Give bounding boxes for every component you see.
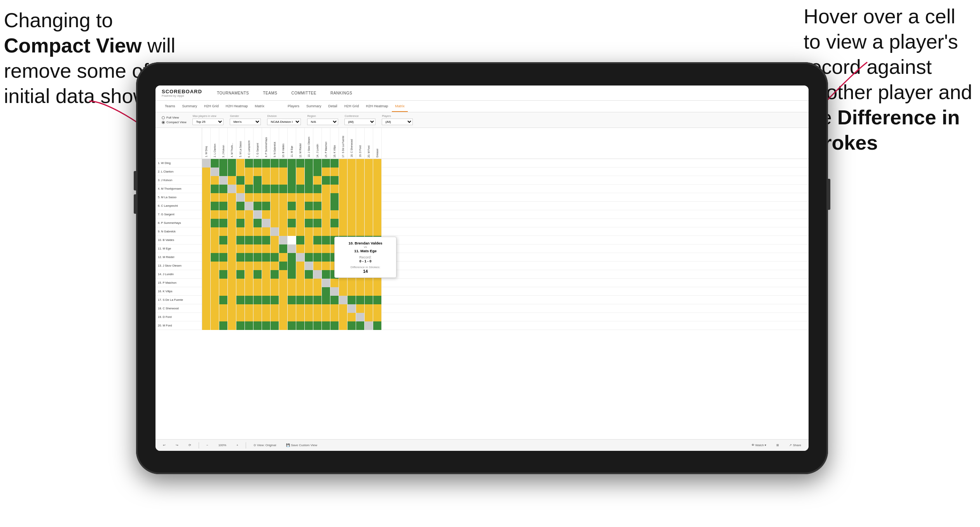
matrix-cell[interactable] xyxy=(296,168,305,176)
matrix-cell[interactable] xyxy=(253,219,262,227)
matrix-cell[interactable] xyxy=(202,270,211,279)
matrix-cell[interactable] xyxy=(305,219,313,227)
compact-view-radio[interactable] xyxy=(162,121,165,124)
matrix-cell[interactable] xyxy=(271,227,279,236)
matrix-cell[interactable] xyxy=(339,279,348,287)
matrix-cell[interactable] xyxy=(330,321,339,330)
matrix-cell[interactable] xyxy=(253,313,262,321)
matrix-cell[interactable] xyxy=(296,279,305,287)
save-custom-button[interactable]: 💾 Save Custom View xyxy=(283,442,320,448)
matrix-cell[interactable] xyxy=(219,321,228,330)
gender-select[interactable]: Men's xyxy=(230,119,261,125)
matrix-cell[interactable] xyxy=(271,304,279,313)
matrix-cell[interactable] xyxy=(322,185,330,193)
matrix-cell[interactable] xyxy=(296,304,305,313)
matrix-cell[interactable] xyxy=(348,210,356,219)
matrix-cell[interactable] xyxy=(296,185,305,193)
matrix-cell[interactable] xyxy=(271,313,279,321)
matrix-cell[interactable] xyxy=(296,219,305,227)
refresh-button[interactable]: ⟳ xyxy=(186,442,194,448)
matrix-cell[interactable] xyxy=(322,176,330,185)
matrix-cell[interactable] xyxy=(219,159,228,168)
matrix-cell[interactable] xyxy=(202,244,211,253)
max-players-select[interactable]: Top 25 xyxy=(192,119,224,125)
matrix-cell[interactable] xyxy=(313,287,322,296)
matrix-cell[interactable] xyxy=(219,168,228,176)
matrix-cell[interactable] xyxy=(296,193,305,202)
matrix-cell[interactable] xyxy=(365,210,373,219)
matrix-cell[interactable] xyxy=(202,210,211,219)
matrix-cell[interactable] xyxy=(245,159,253,168)
matrix-cell[interactable] xyxy=(288,304,296,313)
matrix-cell[interactable] xyxy=(236,219,245,227)
nav-rankings[interactable]: RANKINGS xyxy=(328,89,355,97)
matrix-cell[interactable] xyxy=(322,270,330,279)
matrix-cell[interactable] xyxy=(228,227,236,236)
matrix-cell[interactable] xyxy=(348,227,356,236)
matrix-cell[interactable] xyxy=(288,321,296,330)
matrix-cell[interactable] xyxy=(219,270,228,279)
matrix-cell[interactable] xyxy=(373,193,382,202)
matrix-cell[interactable] xyxy=(219,262,228,270)
layout-button[interactable]: ⊞ xyxy=(774,442,782,448)
matrix-cell[interactable] xyxy=(305,321,313,330)
matrix-cell[interactable] xyxy=(202,227,211,236)
matrix-cell[interactable] xyxy=(271,296,279,304)
matrix-cell[interactable] xyxy=(271,185,279,193)
matrix-cell[interactable] xyxy=(271,262,279,270)
matrix-cell[interactable] xyxy=(365,287,373,296)
matrix-cell[interactable] xyxy=(373,202,382,210)
matrix-cell[interactable] xyxy=(296,253,305,262)
matrix-cell[interactable] xyxy=(228,270,236,279)
tab-players[interactable]: Players xyxy=(285,101,302,112)
matrix-cell[interactable] xyxy=(211,321,219,330)
matrix-cell[interactable] xyxy=(271,244,279,253)
matrix-cell[interactable] xyxy=(322,304,330,313)
matrix-cell[interactable] xyxy=(339,321,348,330)
matrix-cell[interactable] xyxy=(373,296,382,304)
matrix-cell[interactable] xyxy=(253,287,262,296)
matrix-cell[interactable] xyxy=(322,321,330,330)
matrix-cell[interactable] xyxy=(339,193,348,202)
matrix-cell[interactable] xyxy=(279,321,288,330)
matrix-cell[interactable] xyxy=(356,304,365,313)
matrix-cell[interactable] xyxy=(228,236,236,244)
matrix-cell[interactable] xyxy=(348,168,356,176)
full-view-option[interactable]: Full View xyxy=(162,116,186,119)
matrix-cell[interactable] xyxy=(236,159,245,168)
matrix-cell[interactable] xyxy=(356,168,365,176)
matrix-cell[interactable] xyxy=(236,227,245,236)
matrix-cell[interactable] xyxy=(236,202,245,210)
matrix-cell[interactable] xyxy=(253,210,262,219)
matrix-cell[interactable] xyxy=(262,287,271,296)
matrix-cell[interactable] xyxy=(271,253,279,262)
matrix-cell[interactable] xyxy=(373,219,382,227)
matrix-cell[interactable] xyxy=(288,287,296,296)
conference-select[interactable]: (All) xyxy=(344,119,376,125)
matrix-cell[interactable] xyxy=(219,279,228,287)
matrix-cell[interactable] xyxy=(271,279,279,287)
matrix-cell[interactable] xyxy=(236,262,245,270)
matrix-cell[interactable] xyxy=(373,313,382,321)
matrix-cell[interactable] xyxy=(279,168,288,176)
matrix-cell[interactable] xyxy=(322,202,330,210)
matrix-cell[interactable] xyxy=(253,202,262,210)
matrix-cell[interactable] xyxy=(339,159,348,168)
matrix-cell[interactable] xyxy=(313,236,322,244)
matrix-cell[interactable] xyxy=(245,185,253,193)
matrix-cell[interactable] xyxy=(245,168,253,176)
matrix-cell[interactable] xyxy=(279,159,288,168)
matrix-cell[interactable] xyxy=(211,253,219,262)
matrix-cell[interactable] xyxy=(219,219,228,227)
matrix-cell[interactable] xyxy=(322,193,330,202)
matrix-cell[interactable] xyxy=(253,253,262,262)
matrix-cell[interactable] xyxy=(253,193,262,202)
matrix-cell[interactable] xyxy=(296,262,305,270)
matrix-cell[interactable] xyxy=(202,253,211,262)
matrix-cell[interactable] xyxy=(288,313,296,321)
matrix-cell[interactable] xyxy=(288,236,296,244)
matrix-cell[interactable] xyxy=(279,262,288,270)
matrix-cell[interactable] xyxy=(245,176,253,185)
matrix-cell[interactable] xyxy=(253,279,262,287)
matrix-cell[interactable] xyxy=(348,321,356,330)
